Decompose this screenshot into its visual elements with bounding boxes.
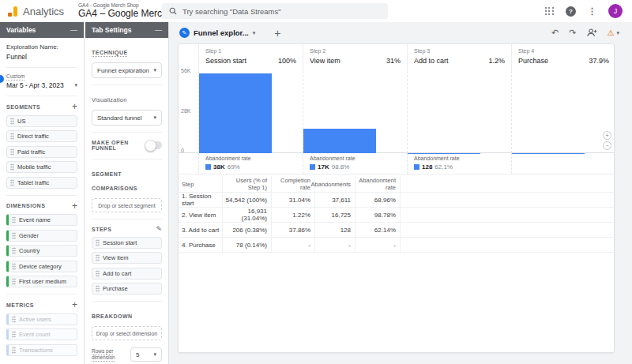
col-header-users[interactable]: Users (% of Step 1) (222, 176, 271, 192)
drag-handle-icon[interactable] (10, 118, 14, 125)
drag-handle-icon[interactable] (96, 254, 100, 261)
cell-step: 4. Purchase (179, 238, 222, 252)
rows-per-dimension-dropdown[interactable]: 5 ▾ (130, 347, 162, 362)
legend-square-icon (414, 164, 419, 170)
zoom-out-button[interactable]: − (603, 141, 611, 150)
share-users-icon[interactable] (587, 28, 597, 37)
funnel-column (303, 71, 407, 153)
steps-section: STEPS ✎ Session start View item Add to c… (92, 220, 162, 302)
drag-handle-icon[interactable] (10, 163, 14, 171)
col-header-step[interactable]: Step (179, 176, 222, 192)
drag-handle-icon[interactable] (12, 263, 16, 270)
search-bar[interactable] (162, 3, 388, 19)
drag-handle-icon[interactable] (12, 232, 16, 239)
cell-abandonment-rate: 98.78% (355, 208, 400, 222)
funnel-step-header[interactable]: Step 3 Add to cart1.2% (407, 44, 511, 71)
segments-section: SEGMENTS + US Direct traffic Paid traffi… (6, 96, 77, 196)
chevron-down-icon: ▾ (153, 114, 156, 121)
visualization-dropdown[interactable]: Standard funnel ▾ (92, 110, 162, 126)
drag-handle-icon[interactable] (96, 285, 100, 292)
drag-handle-icon[interactable] (96, 239, 100, 246)
segment-chip[interactable]: Paid traffic (6, 146, 77, 158)
tab-label: Funnel explor... (194, 28, 249, 37)
drag-handle-icon[interactable] (12, 216, 16, 223)
abandonment-label: Abandonment rate (310, 156, 401, 161)
abandonment-cell: Abandonment rate 17K98.8% (303, 153, 407, 174)
avatar[interactable]: J (608, 4, 623, 18)
step-number: Step 1 (205, 48, 296, 54)
dimension-chip[interactable]: Gender (6, 230, 77, 242)
drag-handle-icon[interactable] (12, 331, 16, 338)
drag-handle-icon[interactable] (10, 148, 14, 156)
search-input[interactable] (182, 7, 381, 16)
col-header-abandonments[interactable]: Abandonments (314, 176, 355, 192)
segment-chip[interactable]: Mobile traffic (6, 161, 77, 173)
make-open-funnel-toggle[interactable] (146, 141, 162, 149)
dimension-chip[interactable]: First user medium (6, 276, 77, 287)
legend-square-icon (310, 164, 315, 170)
exploration-name-value[interactable]: Funnel (6, 53, 77, 61)
abandonment-pct: 69% (228, 163, 240, 171)
breakdown-drop-zone[interactable]: Drop or select dimension (92, 326, 162, 340)
table-row: 2. View item 16,931 (31.04%) 1.22% 16,72… (179, 208, 614, 223)
tab-settings-title: Tab Settings (92, 26, 131, 34)
edit-steps-icon[interactable]: ✎ (156, 225, 162, 233)
drag-handle-icon[interactable] (10, 133, 14, 140)
step-chip[interactable]: Purchase (92, 283, 162, 295)
add-dimension-icon[interactable]: + (72, 201, 77, 211)
drag-handle-icon[interactable] (12, 347, 16, 354)
minimize-icon[interactable]: — (70, 27, 77, 34)
metric-chip[interactable]: Active users (6, 313, 77, 325)
make-open-funnel-label: MAKE OPEN FUNNEL (92, 140, 137, 151)
dimension-label: Device category (19, 263, 62, 270)
funnel-bar[interactable] (199, 73, 272, 153)
step-chip[interactable]: Session start (92, 237, 162, 249)
warnings-menu[interactable]: ⚠ ▾ (608, 28, 619, 37)
table-filler (400, 176, 614, 192)
drag-handle-icon[interactable] (10, 179, 14, 186)
chevron-down-icon[interactable]: ▾ (253, 30, 256, 36)
add-segment-icon[interactable]: + (72, 102, 77, 111)
segment-drop-zone[interactable]: Drop or select segment (92, 198, 162, 212)
funnel-step-header[interactable]: Step 2 View item31% (303, 44, 407, 71)
segment-chip[interactable]: Tablet traffic (6, 177, 77, 189)
col-header-abandonment-rate[interactable]: Abandonment rate (355, 176, 400, 192)
funnel-step-header[interactable]: Step 1 Session start100% (198, 44, 303, 71)
step-chip[interactable]: View item (92, 252, 162, 264)
drag-handle-icon[interactable] (12, 278, 16, 285)
undo-icon[interactable]: ↶ (551, 28, 559, 38)
technique-dropdown[interactable]: Funnel exploration ▾ (92, 62, 162, 78)
add-metric-icon[interactable]: + (72, 300, 77, 310)
dimension-label: First user medium (19, 278, 66, 285)
kebab-menu-icon[interactable]: ⋮ (588, 6, 596, 17)
segment-chip[interactable]: Direct traffic (6, 130, 77, 142)
minimize-icon[interactable]: — (155, 27, 162, 34)
apps-grid-icon[interactable] (545, 7, 554, 16)
drag-handle-icon[interactable] (12, 316, 16, 323)
help-icon[interactable]: ? (566, 6, 576, 17)
cell-step: 1. Session start (179, 193, 222, 207)
funnel-step-header[interactable]: Step 4 Purchase37.9% (511, 44, 615, 71)
step-chip[interactable]: Add to cart (92, 268, 162, 280)
segment-chip[interactable]: US (6, 115, 77, 127)
col-header-completion-rate[interactable]: Completion rate (271, 176, 314, 192)
dimension-chip[interactable]: Country (6, 245, 77, 257)
step-name: Purchase (518, 57, 548, 65)
chevron-down-icon[interactable]: ▾ (74, 82, 77, 88)
add-tab-button[interactable]: + (274, 27, 280, 39)
drag-handle-icon[interactable] (12, 247, 16, 254)
funnel-column (511, 71, 615, 153)
zoom-in-button[interactable]: + (603, 131, 611, 140)
redo-icon[interactable]: ↷ (569, 28, 576, 38)
date-range-section[interactable]: Custom Mar 5 - Apr 3, 2023 ▾ (6, 68, 77, 96)
tab-funnel-exploration[interactable]: ✎ Funnel explor... ▾ (179, 28, 255, 38)
metric-label: Active users (19, 316, 51, 323)
dimension-chip[interactable]: Device category (6, 261, 77, 272)
drag-handle-icon[interactable] (96, 270, 100, 277)
y-axis-tick: 0 (181, 148, 184, 153)
dimension-chip[interactable]: Event name (6, 214, 77, 226)
metric-chip[interactable]: Transactions (6, 344, 77, 356)
metric-chip[interactable]: Event count (6, 328, 77, 340)
cell-users: 54,542 (100%) (222, 193, 271, 207)
funnel-bar[interactable] (303, 129, 376, 153)
